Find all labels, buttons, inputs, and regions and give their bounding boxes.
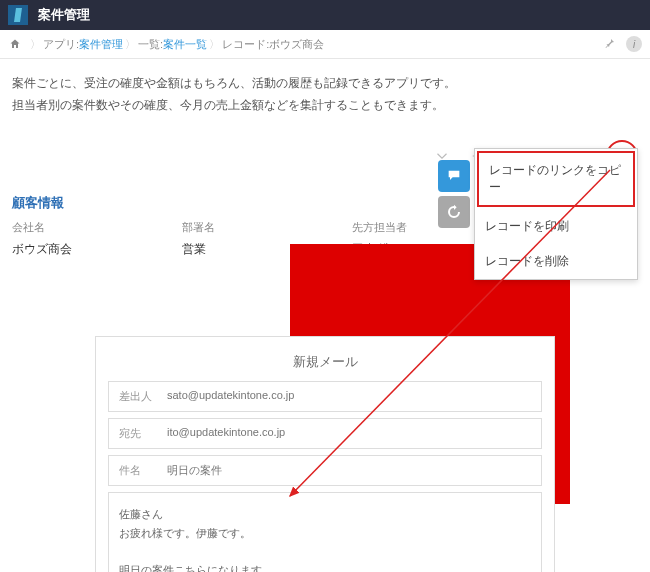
menu-print[interactable]: レコードを印刷 xyxy=(475,209,637,244)
mail-subject-label: 件名 xyxy=(119,463,155,478)
mail-title: 新規メール xyxy=(108,349,542,381)
company-value: ボウズ商会 xyxy=(12,241,142,258)
bc-list[interactable]: 案件一覧 xyxy=(163,37,207,52)
bc-label-record: レコード: xyxy=(222,37,269,52)
mail-body-line1: 佐藤さん xyxy=(119,505,531,524)
bc-label-list: 一覧: xyxy=(138,37,163,52)
more-dropdown: レコードのリンクをコピー レコードを印刷 レコードを削除 xyxy=(474,148,638,280)
mail-to-row[interactable]: 宛先 ito@updatekintone.co.jp xyxy=(108,418,542,449)
app-header: 案件管理 xyxy=(0,0,650,30)
mail-body[interactable]: 佐藤さん お疲れ様です。伊藤です。 明日の案件こちらになります。 https:/… xyxy=(108,492,542,572)
menu-copy-link[interactable]: レコードのリンクをコピー xyxy=(477,151,635,207)
dept-label: 部署名 xyxy=(182,220,312,235)
bc-record: ボウズ商会 xyxy=(269,37,324,52)
mail-subject-value: 明日の案件 xyxy=(167,463,222,478)
pin-icon[interactable] xyxy=(604,37,616,51)
mail-body-line2: お疲れ様です。伊藤です。 xyxy=(119,524,531,543)
desc-line1: 案件ごとに、受注の確度や金額はもちろん、活動の履歴も記録できるアプリです。 xyxy=(12,73,638,95)
mail-from-row[interactable]: 差出人 sato@updatekintone.co.jp xyxy=(108,381,542,412)
mail-to-label: 宛先 xyxy=(119,426,155,441)
desc-line2: 担当者別の案件数やその確度、今月の売上金額などを集計することもできます。 xyxy=(12,95,638,117)
mail-subject-row[interactable]: 件名 明日の案件 xyxy=(108,455,542,486)
history-icon[interactable] xyxy=(438,196,470,228)
comment-icon[interactable] xyxy=(438,160,470,192)
side-actions xyxy=(438,160,470,228)
app-title: 案件管理 xyxy=(38,6,90,24)
mail-to-value: ito@updatekintone.co.jp xyxy=(167,426,285,441)
mail-body-line3: 明日の案件こちらになります。 xyxy=(119,561,531,572)
info-icon[interactable]: i xyxy=(626,36,642,52)
app-description: 案件ごとに、受注の確度や金額はもちろん、活動の履歴も記録できるアプリです。 担当… xyxy=(0,59,650,130)
menu-delete[interactable]: レコードを削除 xyxy=(475,244,637,279)
company-label: 会社名 xyxy=(12,220,142,235)
bc-label-app: アプリ: xyxy=(43,37,79,52)
bc-app[interactable]: 案件管理 xyxy=(79,37,123,52)
mail-compose: 新規メール 差出人 sato@updatekintone.co.jp 宛先 it… xyxy=(95,336,555,572)
mail-from-label: 差出人 xyxy=(119,389,155,404)
home-icon[interactable] xyxy=(8,37,22,51)
breadcrumb: 〉 アプリ: 案件管理 〉 一覧: 案件一覧 〉 レコード: ボウズ商会 i xyxy=(0,30,650,59)
app-logo-icon xyxy=(8,5,28,25)
mail-from-value: sato@updatekintone.co.jp xyxy=(167,389,294,404)
